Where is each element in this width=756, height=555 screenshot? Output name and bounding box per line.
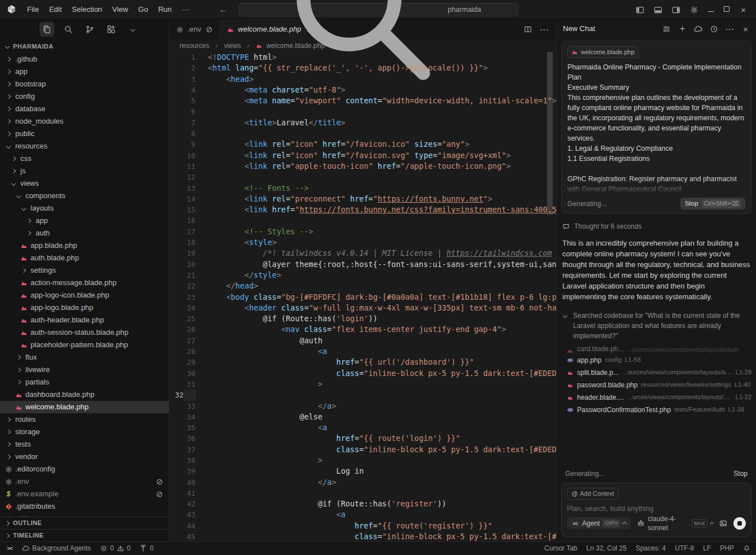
indentation-setting[interactable]: Spaces: 4 bbox=[636, 544, 666, 553]
tree-folder-public[interactable]: public bbox=[0, 128, 169, 140]
search-view-button[interactable] bbox=[61, 22, 76, 37]
language-mode[interactable]: PHP bbox=[720, 544, 734, 553]
outline-section[interactable]: OUTLINE bbox=[0, 517, 169, 529]
code-line-21[interactable]: 21 </style> bbox=[169, 270, 556, 281]
encoding-setting[interactable]: UTF-8 bbox=[675, 544, 694, 553]
code-line-16[interactable]: 16 bbox=[169, 215, 556, 226]
tree-folder-config[interactable]: config bbox=[0, 90, 169, 103]
code-line-36[interactable]: 36 href="{{ route('login') }}" bbox=[169, 433, 556, 444]
extensions-view-button[interactable] bbox=[104, 22, 119, 37]
code-line-7[interactable]: 7 <title>Laravel</title> bbox=[169, 117, 556, 128]
tree-folder-routes[interactable]: routes bbox=[0, 413, 169, 426]
code-line-45[interactable]: 45 class="inline-block px-5 py-1.5 dark:… bbox=[169, 531, 556, 541]
window-close-icon[interactable]: × bbox=[739, 6, 748, 14]
menu-run[interactable]: Run bbox=[153, 3, 177, 15]
tree-folder-settings[interactable]: settings bbox=[0, 264, 169, 277]
code-line-9[interactable]: 9 <link rel="icon" href="/favicon.ico" s… bbox=[169, 139, 556, 150]
ports-indicator[interactable]: 0 bbox=[139, 544, 154, 553]
tree-folder-storage[interactable]: storage bbox=[0, 426, 169, 438]
stop-button-bottom[interactable]: Stop bbox=[733, 469, 748, 478]
code-line-34[interactable]: 34 @else bbox=[169, 412, 556, 422]
tree-folder-flux[interactable]: flux bbox=[0, 351, 169, 364]
file-result-row[interactable]: password.blade.phpresources/views/livewi… bbox=[567, 379, 751, 391]
code-line-27[interactable]: 27 @auth bbox=[169, 335, 556, 346]
tab-env[interactable]: .env bbox=[169, 19, 220, 40]
source-control-view-button[interactable] bbox=[82, 22, 97, 37]
menu-selection[interactable]: Selection bbox=[67, 3, 107, 15]
tree-folder-vendor[interactable]: vendor bbox=[0, 451, 169, 463]
tree-folder-auth[interactable]: auth bbox=[0, 227, 169, 239]
code-line-31[interactable]: 31 > bbox=[169, 379, 556, 390]
panel-left-icon[interactable] bbox=[636, 6, 644, 14]
tree-file-action-message.blade.php[interactable]: action-message.blade.php bbox=[0, 277, 169, 289]
thought-summary[interactable]: Thought for 6 seconds bbox=[562, 222, 750, 231]
code-line-22[interactable]: 22 </head> bbox=[169, 281, 556, 291]
code-line-44[interactable]: 44 href="{{ route('register') }}" bbox=[169, 521, 556, 531]
tree-folder-css[interactable]: css bbox=[0, 152, 169, 165]
tree-file-app-logo-icon.blade.php[interactable]: app-logo-icon.blade.php bbox=[0, 289, 169, 301]
code-line-3[interactable]: 3 <head> bbox=[169, 74, 556, 85]
menu-edit[interactable]: Edit bbox=[44, 3, 67, 15]
tree-folder-livewire[interactable]: livewire bbox=[0, 364, 169, 376]
more-icon[interactable]: ··· bbox=[726, 25, 734, 33]
background-agents[interactable]: Background Agents bbox=[22, 544, 91, 553]
tree-folder-database[interactable]: database bbox=[0, 103, 169, 115]
code-line-18[interactable]: 18 <style> bbox=[169, 237, 556, 248]
remote-indicator[interactable]: >< bbox=[6, 545, 13, 552]
code-line-1[interactable]: 1<!DOCTYPE html> bbox=[169, 52, 556, 63]
tree-folder-tests[interactable]: tests bbox=[0, 438, 169, 451]
tree-file-.gitattributes[interactable]: .gitattributes bbox=[0, 500, 169, 513]
searched-codebase-toggle[interactable]: Searched codebase for "What is the curre… bbox=[562, 311, 750, 341]
chat-input[interactable]: @ Add Context Plan, search, build anythi… bbox=[561, 483, 751, 537]
code-line-19[interactable]: 19 /*! tailwindcss v4.0.14 | MIT License… bbox=[169, 248, 556, 259]
model-selector[interactable]: claude-4-sonnet MAX bbox=[637, 514, 713, 532]
code-line-38[interactable]: 38 > bbox=[169, 455, 556, 466]
cursor-position[interactable]: Ln 32, Col 25 bbox=[587, 544, 627, 553]
code-line-15[interactable]: 15 <link href="https://fonts.bunny.net/c… bbox=[169, 204, 556, 215]
file-result-row[interactable]: PasswordConfirmationTest.phptests/Featur… bbox=[567, 404, 751, 416]
code-line-5[interactable]: 5 <meta name="viewport" content="width=d… bbox=[169, 95, 556, 106]
code-line-20[interactable]: 20 @layer theme{:root,:host{--font-sans:… bbox=[169, 259, 556, 270]
tree-folder-app[interactable]: app bbox=[0, 65, 169, 78]
tree-file-.editorconfig[interactable]: .editorconfig bbox=[0, 463, 169, 475]
tree-file-welcome.blade.php[interactable]: welcome.blade.php bbox=[0, 401, 169, 413]
more-icon[interactable]: ··· bbox=[540, 25, 548, 33]
file-result-row[interactable]: card.blade.ph......ources/views/componen… bbox=[567, 346, 751, 354]
code-line-40[interactable]: 40 </a> bbox=[169, 477, 556, 488]
tree-file-app-logo.blade.php[interactable]: app-logo.blade.php bbox=[0, 301, 169, 314]
menu-file[interactable]: File bbox=[22, 3, 44, 15]
close-icon[interactable]: × bbox=[741, 25, 750, 33]
tree-file-auth-header.blade.php[interactable]: auth-header.blade.php bbox=[0, 314, 169, 326]
file-result-row[interactable]: header.blade.......urces/views/component… bbox=[567, 391, 751, 404]
stop-button[interactable]: Stop Ctrl+Shift+⌫ bbox=[680, 198, 745, 210]
code-line-24[interactable]: 24 <header class="w-full lg:max-w-4xl ma… bbox=[169, 303, 556, 313]
menu-go[interactable]: Go bbox=[133, 3, 153, 15]
notifications-bell[interactable] bbox=[743, 545, 750, 552]
file-result-row[interactable]: split.blade.p......ources/views/componen… bbox=[567, 366, 751, 379]
tree-file-app.blade.php[interactable]: app.blade.php bbox=[0, 239, 169, 252]
tree-file-.env.example[interactable]: $.env.example bbox=[0, 488, 169, 500]
tree-folder-views[interactable]: views bbox=[0, 177, 169, 190]
stop-generation-button[interactable] bbox=[733, 517, 746, 530]
code-line-6[interactable]: 6 bbox=[169, 106, 556, 117]
tree-folder-node_modules[interactable]: node_modules bbox=[0, 115, 169, 128]
code-line-14[interactable]: 14 <link rel="preconnect" href="https://… bbox=[169, 194, 556, 204]
tree-file-placeholder-pattern.blade.php[interactable]: placeholder-pattern.blade.php bbox=[0, 339, 169, 351]
code-line-11[interactable]: 11 <link rel="apple-touch-icon" href="/a… bbox=[169, 161, 556, 172]
tree-file-.env[interactable]: .env bbox=[0, 475, 169, 488]
split-editor-icon[interactable] bbox=[524, 25, 532, 33]
back-icon[interactable]: ← bbox=[219, 5, 228, 14]
code-line-10[interactable]: 10 <link rel="icon" href="/favicon.svg" … bbox=[169, 150, 556, 161]
tree-folder-.github[interactable]: .github bbox=[0, 53, 169, 65]
tree-folder-partials[interactable]: partials bbox=[0, 376, 169, 388]
image-icon[interactable] bbox=[719, 519, 727, 527]
agent-mode-selector[interactable]: ∞ Agent Ctrl+I bbox=[567, 517, 631, 529]
sliders-icon[interactable] bbox=[662, 25, 671, 33]
cursor-tab-toggle[interactable]: Cursor Tab bbox=[544, 544, 577, 553]
tree-file-auth-session-status.blade.php[interactable]: auth-session-status.blade.php bbox=[0, 326, 169, 339]
tree-folder-layouts[interactable]: layouts bbox=[0, 202, 169, 215]
code-line-2[interactable]: 2<html lang="{{ str_replace('_', '-', ap… bbox=[169, 63, 556, 73]
code-line-42[interactable]: 42 @if (Route::has('register')) bbox=[169, 499, 556, 509]
history-icon[interactable] bbox=[710, 25, 718, 33]
minimize-button[interactable] bbox=[708, 5, 714, 15]
